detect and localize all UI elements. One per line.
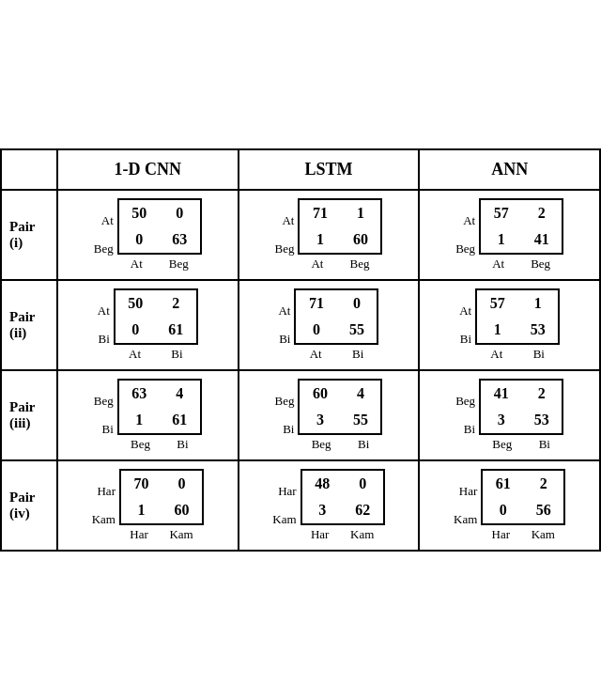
col-label-2: Kam	[350, 527, 374, 542]
pair-label-0: Pair(i)	[1, 190, 57, 280]
row-label-1: At	[278, 303, 290, 319]
table-row: Pair(i) At Beg 50 0 0 63 At Beg	[1, 190, 600, 280]
col-label-2: Beg	[349, 257, 369, 272]
matrix-v11: 70	[121, 471, 162, 497]
matrix-v21: 3	[302, 497, 343, 523]
row-label-1: Beg	[275, 394, 295, 409]
cnn-cell-3: Har Kam 70 0 1 60 Har Kam	[57, 460, 239, 551]
row-label-2: Bi	[460, 332, 471, 347]
matrix-v21: 0	[119, 226, 160, 253]
matrix-v22: 61	[160, 407, 200, 433]
matrix-v12: 0	[162, 471, 202, 497]
col-label-1: Har	[492, 527, 511, 542]
matrix-v22: 63	[160, 226, 200, 253]
matrix-v11: 57	[481, 200, 521, 226]
matrix-v21: 1	[481, 226, 521, 253]
matrix-v21: 1	[119, 407, 160, 433]
matrix-v12: 2	[521, 200, 562, 226]
matrix-v22: 53	[517, 317, 558, 343]
row-label-2: Beg	[275, 241, 295, 257]
row-label-1: Har	[459, 484, 478, 499]
col-label-2: Beg	[169, 257, 189, 272]
matrix-v12: 1	[517, 290, 558, 317]
matrix-v21: 0	[296, 317, 336, 343]
matrix-v12: 2	[156, 290, 196, 317]
row-label-2: Bi	[99, 332, 110, 347]
matrix-v22: 62	[343, 497, 383, 523]
ann-cell-3: Har Kam 61 2 0 56 Har Kam	[419, 460, 600, 551]
matrix-v12: 2	[523, 471, 563, 497]
matrix-v11: 50	[116, 290, 156, 317]
matrix-v12: 2	[521, 381, 562, 407]
matrix-v11: 63	[119, 381, 160, 407]
matrix-v21: 3	[300, 407, 340, 433]
matrix-v22: 53	[521, 407, 562, 433]
row-label-2: Beg	[455, 241, 475, 257]
row-label-2: Kam	[92, 512, 116, 527]
col-label-2: Beg	[531, 257, 550, 272]
lstm-cell-2: Beg Bi 60 4 3 55 Beg Bi	[239, 370, 420, 460]
col-label-2: Bi	[171, 347, 182, 362]
row-label-1: At	[101, 213, 114, 228]
header-col2: LSTM	[239, 149, 420, 190]
matrix-v11: 48	[302, 471, 343, 497]
col-label-1: At	[492, 257, 504, 272]
matrix-v21: 3	[481, 407, 521, 433]
matrix-v22: 56	[523, 497, 563, 523]
matrix-v11: 41	[481, 381, 521, 407]
col-label-1: At	[310, 347, 322, 362]
row-label-2: Beg	[94, 241, 114, 257]
matrix-v12: 0	[336, 290, 377, 317]
col-label-1: Har	[130, 527, 148, 542]
matrix-v12: 0	[160, 200, 200, 226]
table-row: Pair(iii) Beg Bi 63 4 1 61 Beg Bi	[1, 370, 600, 460]
header-col3: ANN	[419, 149, 600, 190]
col-label-1: At	[311, 257, 323, 272]
row-label-1: Har	[278, 484, 297, 499]
matrix-v22: 55	[336, 317, 377, 343]
matrix-v11: 60	[300, 381, 340, 407]
row-label-2: Bi	[464, 422, 475, 437]
ann-cell-2: Beg Bi 41 2 3 53 Beg Bi	[419, 370, 600, 460]
main-table: 1-D CNN LSTM ANN Pair(i) At Beg 50 0 0 6…	[0, 148, 601, 552]
col-label-1: At	[131, 257, 143, 272]
matrix-v11: 71	[300, 200, 340, 226]
col-label-1: At	[490, 347, 502, 362]
matrix-v11: 57	[477, 290, 517, 317]
cnn-cell-0: At Beg 50 0 0 63 At Beg	[57, 190, 239, 280]
col-label-2: Bi	[533, 347, 545, 362]
matrix-v21: 0	[483, 497, 523, 523]
matrix-v11: 61	[483, 471, 523, 497]
ann-cell-0: At Beg 57 2 1 41 At Beg	[419, 190, 600, 280]
row-label-1: At	[282, 213, 294, 228]
matrix-v12: 4	[160, 381, 200, 407]
pair-label-3: Pair(iv)	[1, 460, 57, 551]
row-label-2: Bi	[279, 332, 290, 347]
row-label-2: Bi	[102, 422, 114, 437]
row-label-1: Beg	[94, 394, 114, 409]
table-row: Pair(ii) At Bi 50 2 0 61 At Bi	[1, 280, 600, 370]
col-label-2: Bi	[358, 437, 369, 452]
col-label-1: Beg	[312, 437, 331, 452]
matrix-v11: 50	[119, 200, 160, 226]
col-label-1: Har	[311, 527, 330, 542]
ann-cell-1: At Bi 57 1 1 53 At Bi	[419, 280, 600, 370]
pair-label-1: Pair(ii)	[1, 280, 57, 370]
matrix-v12: 4	[340, 381, 380, 407]
lstm-cell-3: Har Kam 48 0 3 62 Har Kam	[239, 460, 420, 551]
header-col0	[1, 149, 57, 190]
header-col1: 1-D CNN	[57, 149, 239, 190]
pair-label-2: Pair(iii)	[1, 370, 57, 460]
col-label-1: Beg	[131, 437, 150, 452]
matrix-v11: 71	[296, 290, 336, 317]
matrix-v22: 41	[521, 226, 562, 253]
row-label-1: At	[98, 303, 110, 319]
matrix-v21: 0	[116, 317, 156, 343]
col-label-1: At	[129, 347, 141, 362]
lstm-cell-0: At Beg 71 1 1 60 At Beg	[239, 190, 420, 280]
row-label-1: Har	[97, 484, 116, 499]
cnn-cell-2: Beg Bi 63 4 1 61 Beg Bi	[57, 370, 239, 460]
col-label-2: Bi	[539, 437, 550, 452]
matrix-v22: 60	[340, 226, 380, 253]
matrix-v22: 55	[340, 407, 380, 433]
